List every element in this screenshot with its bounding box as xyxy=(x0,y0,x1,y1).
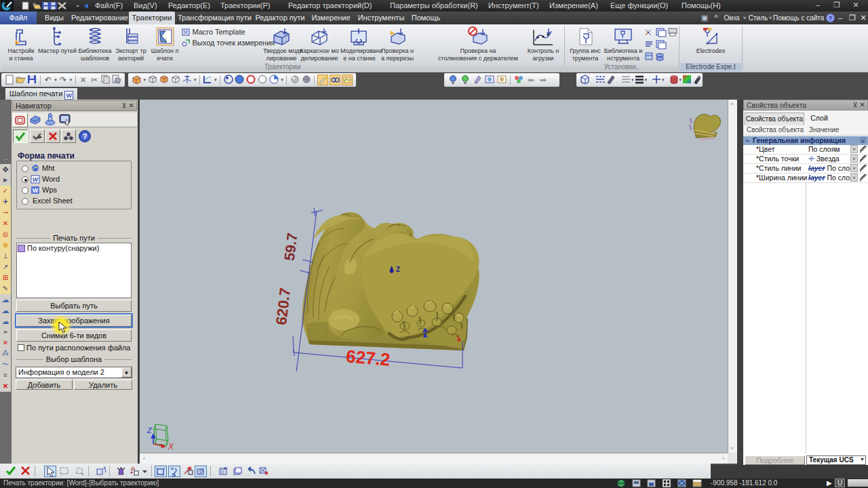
svg-text:X: X xyxy=(167,442,174,451)
svg-text:?: ? xyxy=(83,132,87,140)
svg-text:59.7: 59.7 xyxy=(281,232,300,261)
svg-text:Z: Z xyxy=(146,426,153,434)
svg-text:627.2: 627.2 xyxy=(345,346,391,370)
svg-text:W: W xyxy=(33,187,39,194)
svg-text:?: ? xyxy=(829,15,833,22)
svg-text:620.7: 620.7 xyxy=(273,287,294,326)
svg-text:Z: Z xyxy=(396,266,400,273)
